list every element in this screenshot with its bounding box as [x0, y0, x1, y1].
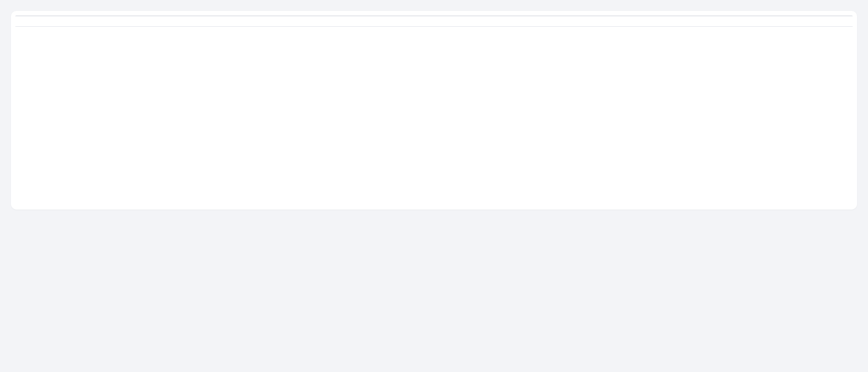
metrics-grid-top — [15, 15, 853, 16]
chart-section-header — [18, 43, 850, 48]
historical-chart[interactable] — [15, 52, 853, 205]
metrics-grid-bottom — [15, 26, 853, 27]
dot-icon — [842, 43, 846, 48]
legend-item-impressions[interactable] — [821, 43, 830, 48]
legend-item-clicks[interactable] — [842, 43, 850, 48]
analytics-panel — [11, 11, 857, 210]
chart-legend — [821, 43, 850, 48]
dot-icon — [821, 43, 825, 48]
